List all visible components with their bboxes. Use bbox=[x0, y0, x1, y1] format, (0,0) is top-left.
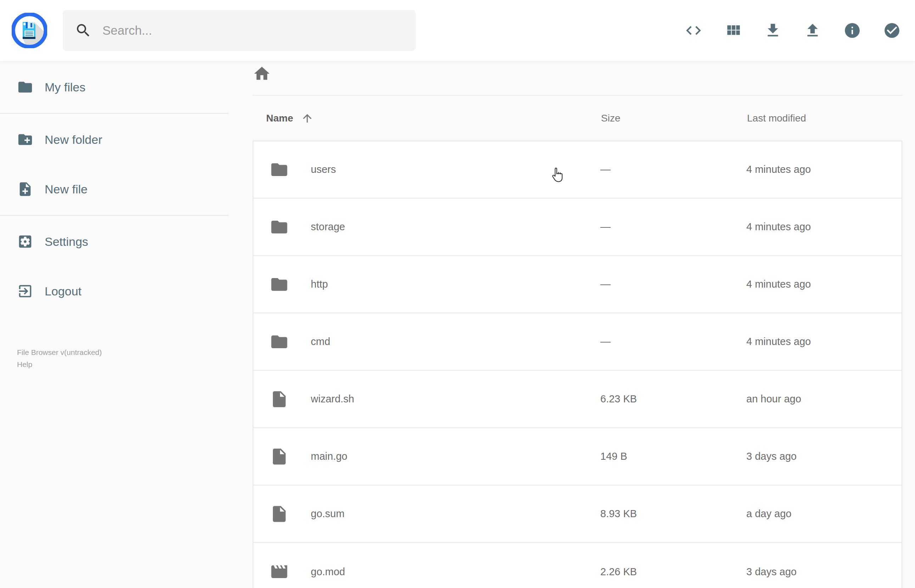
file-size: 6.23 KB bbox=[593, 393, 744, 405]
file-modified: 4 minutes ago bbox=[744, 164, 902, 175]
new-file-icon bbox=[17, 181, 33, 197]
home-icon bbox=[253, 65, 271, 83]
file-row[interactable]: go.sum 8.93 KB a day ago bbox=[253, 486, 902, 543]
switch-view-button[interactable] bbox=[724, 21, 743, 40]
sidebar-item-label: New folder bbox=[45, 133, 102, 147]
logout-icon bbox=[17, 283, 33, 299]
sidebar-item-my-files[interactable]: My files bbox=[0, 62, 233, 112]
file-listing: users — 4 minutes ago storage — 4 minute… bbox=[253, 141, 902, 588]
header-actions bbox=[684, 21, 902, 40]
file-name: wizard.sh bbox=[311, 393, 354, 405]
sidebar-item-label: Settings bbox=[45, 235, 88, 249]
code-button[interactable] bbox=[684, 21, 703, 40]
file-name: http bbox=[311, 278, 328, 290]
file-row[interactable]: users — 4 minutes ago bbox=[253, 141, 902, 199]
info-button[interactable] bbox=[843, 21, 862, 40]
new-folder-icon bbox=[17, 131, 33, 148]
sidebar-item-logout[interactable]: Logout bbox=[0, 267, 233, 316]
sidebar: My files New folder New file Settings Lo… bbox=[0, 61, 233, 588]
version-text: File Browser v(untracked) bbox=[17, 346, 233, 359]
column-name-label: Name bbox=[266, 113, 293, 124]
folder-icon bbox=[270, 332, 289, 351]
file-size: — bbox=[593, 221, 744, 233]
file-size: 149 B bbox=[593, 451, 744, 462]
sidebar-item-label: My files bbox=[45, 81, 86, 94]
file-size: 8.93 KB bbox=[593, 508, 744, 520]
file-name: storage bbox=[311, 221, 345, 233]
file-row[interactable]: storage — 4 minutes ago bbox=[253, 199, 902, 256]
file-modified: an hour ago bbox=[744, 393, 902, 405]
sidebar-item-settings[interactable]: Settings bbox=[0, 217, 233, 267]
sidebar-item-label: New file bbox=[45, 183, 87, 196]
page-body: My files New folder New file Settings Lo… bbox=[0, 61, 915, 588]
file-icon bbox=[270, 389, 289, 409]
search-placeholder: Search... bbox=[102, 23, 152, 37]
file-icon bbox=[270, 447, 289, 466]
file-modified: 3 days ago bbox=[744, 451, 902, 462]
folder-icon bbox=[270, 218, 289, 237]
sort-ascending-icon bbox=[301, 112, 314, 125]
filebrowser-logo bbox=[12, 13, 47, 48]
breadcrumb bbox=[253, 61, 902, 95]
column-header-size[interactable]: Size bbox=[593, 113, 745, 124]
file-name: go.mod bbox=[311, 566, 345, 578]
grid-view-icon bbox=[724, 22, 742, 39]
sidebar-footer: File Browser v(untracked) Help bbox=[0, 346, 233, 370]
file-row[interactable]: http — 4 minutes ago bbox=[253, 256, 902, 313]
file-name: go.sum bbox=[311, 508, 344, 520]
column-header-name[interactable]: Name bbox=[253, 112, 593, 125]
file-modified: 4 minutes ago bbox=[744, 221, 902, 233]
listing-header: Name Size Last modified bbox=[253, 95, 902, 141]
file-modified: a day ago bbox=[744, 508, 902, 520]
file-size: 2.26 KB bbox=[593, 566, 744, 578]
settings-icon bbox=[17, 233, 33, 250]
code-icon bbox=[685, 22, 702, 39]
file-modified: 4 minutes ago bbox=[744, 336, 902, 347]
file-modified: 3 days ago bbox=[744, 566, 902, 578]
file-name: users bbox=[311, 164, 336, 175]
file-name: cmd bbox=[311, 336, 330, 347]
file-size: — bbox=[593, 164, 744, 175]
upload-button[interactable] bbox=[803, 21, 822, 40]
app-header: Search... bbox=[0, 0, 915, 61]
check-circle-icon bbox=[883, 22, 901, 39]
upload-icon bbox=[804, 22, 821, 39]
file-size: — bbox=[593, 278, 744, 290]
column-header-modified[interactable]: Last modified bbox=[745, 113, 902, 124]
breadcrumb-home-button[interactable] bbox=[253, 65, 271, 84]
help-link[interactable]: Help bbox=[17, 359, 233, 370]
file-row[interactable]: cmd — 4 minutes ago bbox=[253, 313, 902, 371]
main-content: Name Size Last modified users — 4 minute… bbox=[233, 61, 915, 588]
movie-icon bbox=[270, 562, 289, 581]
sidebar-divider bbox=[0, 113, 229, 114]
file-size: — bbox=[593, 336, 744, 347]
folder-icon bbox=[270, 275, 289, 294]
file-modified: 4 minutes ago bbox=[744, 278, 902, 290]
file-row[interactable]: wizard.sh 6.23 KB an hour ago bbox=[253, 371, 902, 428]
download-button[interactable] bbox=[763, 21, 782, 40]
folder-icon bbox=[17, 79, 33, 95]
file-name: main.go bbox=[311, 451, 347, 462]
folder-icon bbox=[270, 160, 289, 179]
file-icon bbox=[270, 504, 289, 523]
sidebar-item-new-file[interactable]: New file bbox=[0, 164, 233, 214]
file-row[interactable]: go.mod 2.26 KB 3 days ago bbox=[253, 543, 902, 588]
floppy-disk-logo-icon bbox=[12, 13, 47, 48]
download-icon bbox=[764, 22, 782, 39]
info-icon bbox=[844, 22, 861, 39]
file-row[interactable]: main.go 149 B 3 days ago bbox=[253, 428, 902, 486]
sidebar-divider bbox=[0, 215, 229, 216]
search-icon bbox=[75, 22, 92, 39]
sidebar-item-new-folder[interactable]: New folder bbox=[0, 115, 233, 164]
select-multiple-button[interactable] bbox=[883, 21, 902, 40]
search-input[interactable]: Search... bbox=[63, 10, 416, 51]
sidebar-item-label: Logout bbox=[45, 284, 81, 298]
